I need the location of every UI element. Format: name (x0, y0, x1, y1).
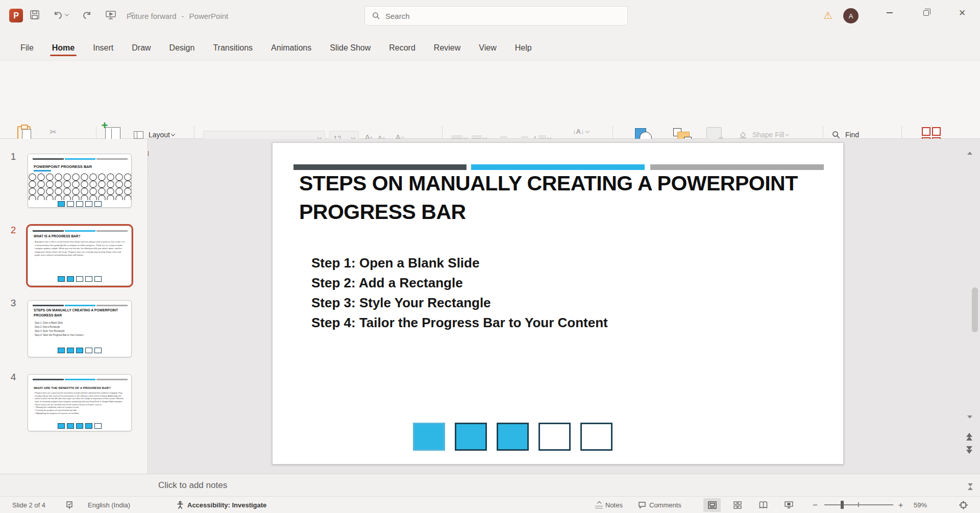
tab-file[interactable]: File (18, 38, 36, 58)
tab-insert[interactable]: Insert (91, 38, 115, 58)
thumb4-title: WHAT ARE THE BENEFITS OF A PROGRESS BAR? (34, 386, 111, 389)
warning-icon[interactable]: ⚠ (823, 10, 832, 21)
notes-pane[interactable]: Click to add notes (0, 474, 980, 496)
thumbnail-slide-4[interactable]: WHAT ARE THE BENEFITS OF A PROGRESS BAR?… (28, 374, 132, 431)
ribbon: Paste ✂ Clipboard New Slide Layout Reset… (0, 60, 980, 139)
arrange-icon (673, 128, 681, 136)
cut-icon[interactable]: ✂ (50, 127, 56, 137)
title-separator: - (182, 12, 184, 20)
tab-draw[interactable]: Draw (130, 38, 153, 58)
thumb1-progress-bars (33, 158, 128, 160)
fit-slide-to-window-button[interactable] (959, 497, 968, 513)
account-avatar[interactable]: A (843, 8, 859, 23)
scrollbar-down-arrow[interactable] (967, 419, 972, 428)
progress-square-5-empty[interactable] (580, 423, 612, 451)
search-input[interactable]: Search (364, 6, 628, 26)
thumbnail-3-number: 3 (8, 298, 18, 309)
layout-icon (134, 131, 143, 139)
thumb3-title: STEPS ON MANUALLY CREATING A POWERPOINT … (34, 308, 127, 318)
restore-icon (923, 10, 929, 16)
spell-check-button[interactable] (65, 497, 74, 513)
slide-step-1[interactable]: Step 1: Open a Blank Slide (311, 255, 479, 271)
tab-help[interactable]: Help (513, 38, 534, 58)
undo-button[interactable] (53, 10, 68, 20)
comments-icon (638, 501, 646, 509)
thumbnail-1-number: 1 (8, 151, 18, 162)
slide-step-2[interactable]: Step 2: Add a Rectangle (311, 275, 463, 291)
spell-check-icon (65, 501, 74, 509)
thumbnail-slide-1[interactable]: POWERPOINT PROGRESS BAR (28, 154, 132, 208)
thumb1-subtitle-strip (34, 170, 51, 172)
comments-toggle-button[interactable]: Comments (638, 497, 681, 513)
thumb1-progress-squares (28, 201, 131, 207)
slide-step-4[interactable]: Step 4: Tailor the Progress Bar to Your … (311, 315, 608, 331)
slide-sorter-view-button[interactable] (729, 498, 746, 512)
slide-title[interactable]: STEPS ON MANUALLY CREATING A POWERPOINT … (299, 169, 830, 227)
thumb2-body: A progress bar is like a visual tracker … (35, 240, 126, 257)
tab-review[interactable]: Review (432, 38, 462, 58)
thumb3-steps: Step 1: Open a Blank Slide Step 2: Add a… (35, 321, 127, 337)
zoom-in-button[interactable]: + (898, 497, 903, 513)
tab-slide-show[interactable]: Slide Show (328, 38, 373, 58)
find-icon (832, 131, 840, 139)
slideshow-view-button[interactable] (780, 498, 797, 512)
search-icon (372, 12, 380, 20)
notes-placeholder[interactable]: Click to add notes (158, 480, 227, 491)
shapes-icon (635, 128, 646, 139)
thumbnail-slide-2[interactable]: WHAT IS A PROGRESS BAR? A progress bar i… (28, 226, 132, 286)
thumb3-progress-squares (28, 348, 131, 353)
progress-square-2-filled[interactable] (455, 423, 487, 451)
progress-square-3-filled[interactable] (497, 423, 529, 451)
normal-view-button[interactable] (703, 498, 721, 512)
accessibility-icon (176, 501, 184, 509)
redo-icon[interactable] (82, 10, 92, 20)
title-bar: P Future forward - PowerPoint Search ⚠ A… (0, 0, 980, 32)
tab-animations[interactable]: Animations (269, 38, 313, 58)
status-bar: Slide 2 of 4 English (India) Accessibili… (0, 496, 980, 513)
notes-scroll-down[interactable] (968, 486, 973, 496)
zoom-out-button[interactable]: − (813, 497, 818, 513)
thumb2-title: WHAT IS A PROGRESS BAR? (34, 234, 80, 238)
minimize-button[interactable] (878, 0, 901, 26)
thumbnail-4-number: 4 (8, 372, 18, 383)
slide-thumbnail-panel: 1 POWERPOINT PROGRESS BAR 2 WHAT IS A PR… (0, 139, 148, 474)
thumb4-progress-squares (28, 423, 131, 429)
powerpoint-logo[interactable]: P (9, 9, 23, 22)
restore-button[interactable] (914, 0, 938, 26)
app-name: PowerPoint (189, 12, 229, 20)
shape-fill-icon (739, 131, 747, 138)
language-button[interactable]: English (India) (88, 497, 130, 513)
slide-editor-area[interactable]: STEPS ON MANUALLY CREATING A POWERPOINT … (149, 139, 980, 474)
thumbnail-slide-3[interactable]: STEPS ON MANUALLY CREATING A POWERPOINT … (28, 300, 132, 357)
progress-square-1-filled[interactable] (413, 423, 445, 451)
thumb1-hexagon-image (28, 174, 131, 200)
undo-dropdown-chevron[interactable] (65, 12, 69, 16)
next-slide-button[interactable] (966, 446, 972, 454)
notes-toggle-button[interactable]: Notes (595, 497, 623, 513)
slide-indicator[interactable]: Slide 2 of 4 (12, 497, 45, 513)
accessibility-button[interactable]: Accessibility: Investigate (176, 497, 266, 513)
zoom-level[interactable]: 59% (914, 497, 927, 513)
tab-home[interactable]: Home (50, 38, 77, 58)
window-title: Future forward - PowerPoint (127, 0, 228, 32)
reading-view-button[interactable] (754, 498, 772, 512)
text-direction-button[interactable]: ↓A↓ (573, 128, 589, 135)
scrollbar-up-arrow[interactable] (967, 143, 972, 152)
scrollbar-thumb[interactable] (972, 287, 978, 332)
start-slideshow-icon[interactable] (105, 10, 116, 20)
notes-toggle-icon (595, 502, 603, 509)
zoom-slider-thumb[interactable] (841, 501, 844, 509)
previous-slide-button[interactable] (966, 433, 972, 441)
thumb4-progress-bars (33, 379, 128, 380)
save-icon[interactable] (30, 10, 40, 20)
ribbon-tab-bar: File Home Insert Draw Design Transitions… (0, 32, 980, 60)
close-button[interactable]: ✕ (950, 0, 974, 26)
zoom-slider[interactable] (824, 504, 893, 505)
progress-square-4-empty[interactable] (538, 423, 571, 451)
tab-view[interactable]: View (477, 38, 498, 58)
slide-step-3[interactable]: Step 3: Style Your Rectangle (311, 295, 491, 311)
tab-design[interactable]: Design (167, 38, 197, 58)
tab-transitions[interactable]: Transitions (211, 38, 255, 58)
tab-record[interactable]: Record (387, 38, 418, 58)
slide-canvas[interactable]: STEPS ON MANUALLY CREATING A POWERPOINT … (272, 142, 844, 465)
